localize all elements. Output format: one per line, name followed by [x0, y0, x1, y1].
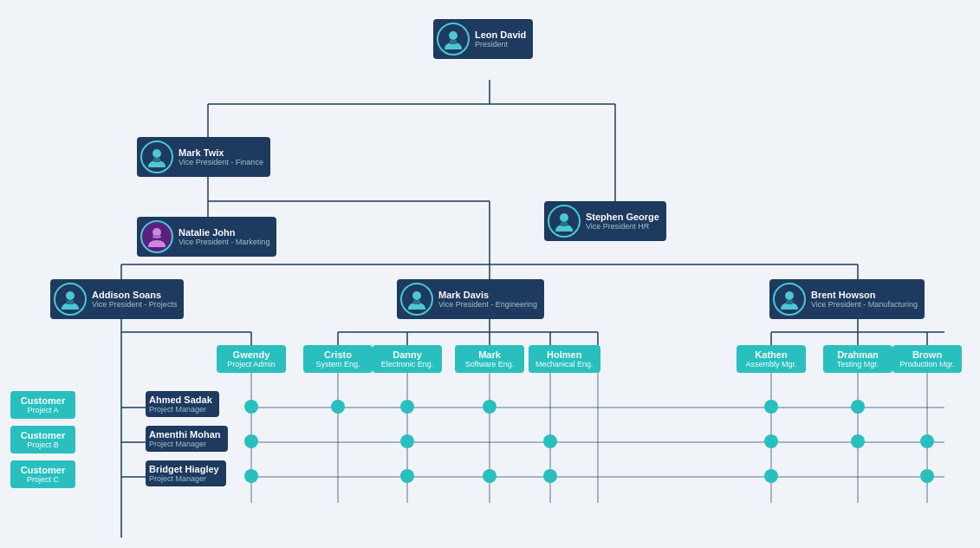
svg-point-56: [412, 291, 421, 300]
svg-point-48: [153, 149, 161, 158]
kathen-card: Kathen Assembly Mgr.: [737, 345, 806, 373]
dot-r1-danny: [400, 400, 414, 415]
dot-r1-drahman: [851, 400, 865, 415]
brent-avatar-icon: [777, 287, 802, 311]
cristo-node: Cristo System Eng.: [303, 345, 373, 373]
ahmed-title: Project Manager: [149, 405, 212, 414]
addison-name: Addison Soans: [92, 290, 177, 300]
addison-node: Addison Soans Vice President - Projects: [50, 279, 184, 319]
gwendy-title: Project Admin: [224, 360, 279, 369]
mark-eng-card: Mark Software Eng.: [455, 345, 524, 373]
mark-eng-name: Mark: [462, 349, 517, 360]
danny-node: Danny Electronic Eng.: [373, 345, 442, 373]
svg-point-46: [449, 31, 458, 40]
customer-b-node: Customer Project B: [10, 426, 75, 453]
brown-card: Brown Production Mgr.: [892, 345, 962, 373]
dot-r3-mark: [483, 469, 496, 485]
cristo-name: Cristo: [310, 349, 366, 360]
svg-point-53: [153, 235, 161, 238]
cristo-title: System Eng.: [310, 360, 366, 369]
customer-c-title: Project C: [17, 475, 68, 484]
svg-rect-51: [561, 222, 568, 226]
svg-rect-49: [153, 158, 160, 162]
addison-avatar-icon: [58, 287, 82, 311]
mark-davis-title: Vice President - Engineering: [438, 300, 537, 309]
brent-card: Brent Howson Vice President - Manufactur…: [769, 279, 925, 319]
dot-r2-drahman: [851, 434, 865, 450]
svg-rect-59: [786, 300, 793, 304]
mark-davis-card: Mark Davis Vice President - Engineering: [397, 279, 544, 319]
ahmed-info: Ahmed Sadak Project Manager: [149, 395, 212, 414]
svg-rect-55: [67, 300, 74, 304]
customer-b-title: Project B: [17, 440, 68, 449]
natalie-title: Vice President - Marketing: [178, 238, 269, 246]
drahman-node: Drahman Testing Mgr.: [823, 345, 892, 373]
dot-r1-mark: [483, 400, 496, 415]
customer-a-card: Customer Project A: [10, 391, 75, 419]
svg-rect-57: [413, 300, 420, 304]
dot-r3-brown: [920, 469, 934, 485]
ahmed-node: Ahmed Sadak Project Manager: [146, 391, 219, 417]
customer-c-node: Customer Project C: [10, 460, 75, 488]
stephen-node: Stephen George Vice President HR: [544, 201, 666, 241]
customer-c-card: Customer Project C: [10, 460, 75, 488]
mark-davis-name: Mark Davis: [438, 290, 537, 300]
svg-point-58: [785, 291, 794, 300]
ahmed-name: Ahmed Sadak: [149, 395, 212, 405]
stephen-avatar: [548, 205, 581, 238]
mark-davis-avatar-icon: [405, 287, 429, 311]
chart-height-spacer: [9, 17, 971, 529]
natalie-info: Natalie John Vice President - Marketing: [178, 227, 269, 246]
danny-title: Electronic Eng.: [380, 360, 435, 369]
dot-r3-gwendy: [244, 469, 258, 485]
leon-name: Leon David: [475, 29, 526, 40]
dot-r1-kathen: [764, 400, 778, 415]
dot-r1-gwendy: [244, 400, 258, 415]
dot-r3-holmen: [543, 469, 557, 485]
natalie-avatar-icon: [145, 225, 169, 249]
bridget-title: Project Manager: [149, 474, 219, 483]
dot-r2-holmen: [543, 434, 557, 450]
danny-card: Danny Electronic Eng.: [373, 345, 442, 373]
drahman-card: Drahman Testing Mgr.: [823, 345, 892, 373]
brown-title: Production Mgr.: [899, 360, 955, 369]
stephen-title: Vice President HR: [586, 222, 659, 231]
gwendy-node: Gwendy Project Admin: [217, 345, 286, 373]
bridget-node: Bridget Hiagley Project Manager: [146, 460, 226, 486]
mark-twix-node: Mark Twix Vice President - Finance: [137, 137, 270, 177]
svg-point-54: [66, 291, 75, 300]
customer-c-name: Customer: [17, 465, 68, 475]
mark-twix-info: Mark Twix Vice President - Finance: [178, 147, 263, 166]
customer-a-node: Customer Project A: [10, 391, 75, 419]
brent-title: Vice President - Manufacturing: [811, 300, 918, 309]
amenthi-title: Project Manager: [149, 440, 221, 448]
dot-r2-brown: [920, 434, 934, 450]
mark-twix-card: Mark Twix Vice President - Finance: [137, 137, 270, 177]
amenthi-name: Amenthi Mohan: [149, 429, 221, 440]
drahman-title: Testing Mgr.: [830, 360, 886, 369]
amenthi-card: Amenthi Mohan Project Manager: [146, 426, 228, 452]
org-chart-wrapper: Leon David President Mark Twix Vice Pres…: [9, 9, 971, 538]
brown-node: Brown Production Mgr.: [892, 345, 962, 373]
natalie-avatar: [140, 220, 173, 253]
mark-eng-title: Software Eng.: [462, 360, 517, 369]
leon-avatar: [437, 23, 470, 55]
brent-name: Brent Howson: [811, 290, 918, 300]
mark-davis-info: Mark Davis Vice President - Engineering: [438, 290, 537, 309]
customer-a-name: Customer: [17, 395, 68, 406]
stephen-info: Stephen George Vice President HR: [586, 212, 659, 231]
bridget-info: Bridget Hiagley Project Manager: [149, 464, 219, 483]
mark-davis-node: Mark Davis Vice President - Engineering: [397, 279, 544, 319]
bridget-name: Bridget Hiagley: [149, 464, 219, 474]
leon-node: Leon David President: [433, 19, 533, 59]
ahmed-card: Ahmed Sadak Project Manager: [146, 391, 219, 417]
brent-info: Brent Howson Vice President - Manufactur…: [811, 290, 918, 309]
customer-a-title: Project A: [17, 406, 68, 414]
kathen-title: Assembly Mgr.: [743, 360, 799, 369]
holmen-name: Holmen: [535, 349, 594, 360]
brown-name: Brown: [899, 349, 955, 360]
svg-point-50: [560, 213, 568, 222]
addison-info: Addison Soans Vice President - Projects: [92, 290, 177, 309]
holmen-card: Holmen Mechanical Eng.: [529, 345, 600, 373]
kathen-node: Kathen Assembly Mgr.: [737, 345, 806, 373]
